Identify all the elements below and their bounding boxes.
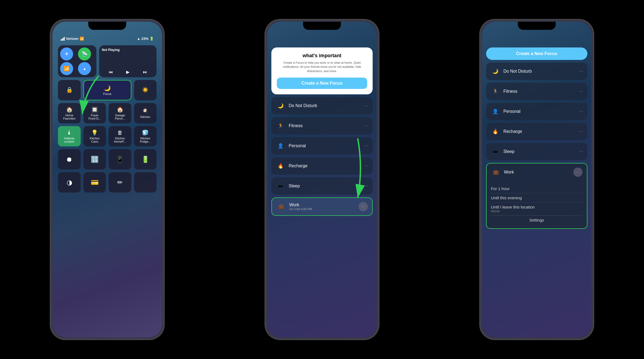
work-sub: On Until 4:00 PM [289, 207, 355, 211]
option-until-location[interactable]: Until I leave this location Home [491, 202, 583, 215]
kitchen-homep-sub: HomeP... [114, 140, 126, 143]
option-until-evening[interactable]: Until this evening [491, 193, 583, 202]
wifi-button[interactable]: 📶 [60, 62, 73, 75]
p3-item-personal[interactable]: 👤 Personal ··· [486, 103, 587, 120]
kitchen-label: Kitchen [140, 115, 150, 118]
p3-item-sleep[interactable]: 🛏 Sleep ··· [486, 143, 587, 160]
remote-button[interactable]: 📱 [109, 149, 131, 169]
focus-tile[interactable]: 🌙 Focus [83, 80, 131, 100]
notch-1 [88, 22, 126, 30]
personal-icon: 👤 [276, 141, 285, 151]
kitchen-cans-icon: 💡 [91, 129, 98, 136]
orientation-lock-button[interactable]: 🔒 [58, 80, 81, 100]
foyer-button[interactable]: 🔲 Foyer Front D... [83, 103, 106, 123]
create-focus-button-p3[interactable]: Create a New Focus [486, 47, 587, 60]
kitchen-cans-sub: Cans [91, 140, 98, 143]
phone-3: Create a New Focus 🌙 Do Not Disturb ··· … [480, 20, 594, 339]
p3-personal-name: Personal [503, 109, 576, 114]
work-more-button[interactable]: ··· [359, 202, 368, 211]
focus-label: Focus [103, 92, 111, 95]
create-focus-button-p2[interactable]: Create a New Focus [277, 78, 367, 89]
p3-fitness-name: Fitness [503, 89, 576, 94]
personal-more[interactable]: ··· [365, 143, 368, 148]
p3-dnd-more[interactable]: ··· [579, 69, 583, 74]
wallet-button[interactable]: 💳 [83, 172, 106, 193]
kitchen-fridge-button[interactable]: 🧊 Kitchen Fridge... [134, 126, 157, 146]
kitchen-cans-button[interactable]: 💡 Kitchen Cans [83, 126, 106, 146]
kitchen-fridge-sub: Fridge... [140, 140, 151, 143]
p3-sleep-name: Sleep [503, 149, 576, 154]
media-tile: Not Playing ⏮ ▶ ⏭ [99, 45, 157, 77]
work-options: For 1 hour Until this evening Until I le… [487, 184, 587, 228]
p3-sleep-more[interactable]: ··· [579, 149, 583, 154]
fitness-more[interactable]: ··· [365, 123, 368, 128]
p3-item-dnd[interactable]: 🌙 Do Not Disturb ··· [486, 63, 587, 80]
p3-recharge-more[interactable]: ··· [579, 129, 583, 134]
extra-button[interactable] [134, 172, 157, 193]
focus-item-dnd[interactable]: 🌙 Do Not Disturb ··· [271, 97, 373, 114]
garage-icon: 🏠 [117, 106, 123, 113]
kitchen-homep-button[interactable]: 🗑 Kitchen HomeP... [109, 126, 131, 146]
p3-personal-more[interactable]: ··· [579, 109, 583, 114]
dnd-name: Do Not Disturb [289, 103, 362, 108]
settings-option[interactable]: Settings [491, 215, 583, 225]
bot-row-2: ◑ 💳 ✏ [58, 172, 157, 193]
garage-button[interactable]: 🏠 Garage Perch... [109, 103, 131, 123]
phone-1-screen: Verizon 📶 ▲ 23% 🔋 ✈ 📡 📶 ⬥ Not [53, 22, 162, 337]
kitchen-icon: 🍳 [142, 108, 149, 114]
p3-work-more-button[interactable]: ··· [573, 168, 583, 177]
play-button[interactable]: ▶ [126, 69, 129, 75]
dnd-icon: 🌙 [276, 101, 285, 111]
p3-item-fitness[interactable]: 🏃 Fitness ··· [486, 83, 587, 100]
focus-item-work[interactable]: 💼 Work On Until 4:00 PM ··· [271, 197, 373, 216]
kitchen-button[interactable]: 🍳 Kitchen [134, 103, 157, 123]
record-button[interactable]: ⏺ [58, 149, 81, 169]
dnd-more[interactable]: ··· [365, 103, 368, 108]
bot-row: ⏺ 🔢 📱 🔋 [58, 149, 157, 169]
calculator-button[interactable]: 🔢 [83, 149, 106, 169]
focus-item-personal[interactable]: 👤 Personal ··· [271, 137, 373, 155]
recharge-more[interactable]: ··· [365, 164, 368, 168]
status-right: ▲ 23% 🔋 [137, 37, 154, 41]
brightness-tile[interactable]: ☀️ [134, 80, 157, 100]
connectivity-group: ✈ 📡 📶 ⬥ [58, 45, 96, 77]
focus-item-sleep[interactable]: 🛏 Sleep ··· [271, 177, 373, 195]
darkmode-button[interactable]: ◑ [58, 172, 81, 193]
next-button[interactable]: ⏭ [143, 70, 147, 75]
focus-item-fitness[interactable]: 🏃 Fitness ··· [271, 117, 373, 134]
ecobee-button[interactable]: 🌡 Hallway ecobee [58, 126, 81, 146]
bluetooth-button[interactable]: ⬥ [78, 62, 91, 75]
p3-work-name: Work [504, 170, 570, 175]
prev-button[interactable]: ⏮ [109, 70, 113, 75]
ecobee-icon: 🌡 [67, 130, 72, 136]
sleep-icon: 🛏 [276, 181, 285, 191]
edit-button[interactable]: ✏ [109, 172, 131, 193]
foyer-icon: 🔲 [91, 106, 98, 113]
foyer-label: Foyer [91, 114, 99, 117]
recharge-icon: 🔥 [276, 161, 285, 171]
phone-2: what's important Create a Focus to help … [265, 20, 379, 339]
status-left: Verizon 📶 [61, 37, 84, 41]
sleep-more[interactable]: ··· [365, 184, 368, 188]
foyer-sub: Front D... [89, 117, 101, 120]
home-button[interactable]: 🏠 Home Favorites [58, 103, 81, 123]
option-for-hour[interactable]: For 1 hour [491, 184, 583, 193]
ecobee-label: Hallway [64, 137, 75, 140]
focus-list-p3: 🌙 Do Not Disturb ··· 🏃 Fitness ··· 👤 Per… [482, 63, 591, 229]
fitness-icon: 🏃 [276, 121, 285, 131]
phone-1-shell: Verizon 📶 ▲ 23% 🔋 ✈ 📡 📶 ⬥ Not [50, 20, 164, 339]
brightness-icon: ☀️ [142, 86, 149, 93]
phone3-content: Create a New Focus 🌙 Do Not Disturb ··· … [482, 33, 591, 229]
hotspot-button[interactable]: 📡 [78, 47, 91, 60]
signal-bars [61, 37, 65, 41]
p3-item-recharge[interactable]: 🔥 Recharge ··· [486, 123, 587, 140]
p3-fitness-more[interactable]: ··· [579, 89, 583, 94]
focus-item-recharge[interactable]: 🔥 Recharge ··· [271, 157, 373, 175]
work-header: 💼 Work ··· [487, 164, 587, 181]
battery-tile[interactable]: 🔋 [134, 149, 157, 169]
phone-2-screen: what's important Create a Focus to help … [267, 22, 377, 337]
p3-fitness-icon: 🏃 [490, 86, 500, 96]
airplane-button[interactable]: ✈ [60, 47, 73, 60]
p3-dnd-icon: 🌙 [490, 66, 500, 76]
focus-card: what's important Create a Focus to help … [271, 47, 373, 94]
